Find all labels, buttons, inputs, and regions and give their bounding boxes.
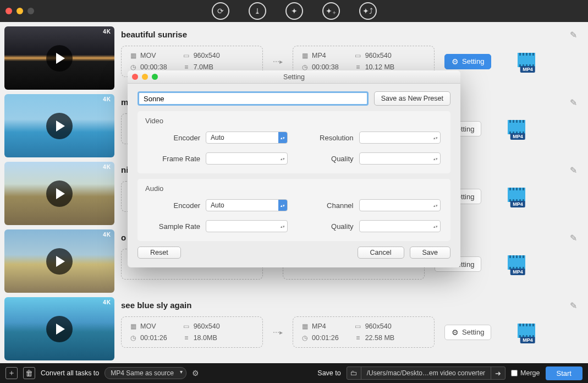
global-settings-button[interactable]: ⚙ (192, 369, 199, 377)
disk-icon: ≡ (183, 63, 190, 71)
chevron-updown-icon: ▴▾ (431, 132, 440, 143)
setting-button[interactable]: ⚙Setting (444, 54, 491, 69)
video-thumbnail[interactable]: 4K (4, 162, 114, 225)
preset-name-input[interactable] (138, 91, 369, 106)
gear-icon: ⚙ (452, 57, 459, 66)
audio-encoder-select[interactable]: Auto▴▾ (206, 199, 288, 211)
chevron-updown-icon: ▴▾ (278, 153, 287, 164)
source-size: 7.0MB (194, 63, 213, 71)
output-path-field[interactable]: 🗀 /Users/mac/Deskto…em video converter ➜ (347, 366, 505, 380)
toolbox-tab-icon[interactable]: ✦₊ (322, 2, 340, 20)
video-row-body: see blue sly again ▦MOV ◷00:01:26 ▭960x5… (114, 297, 584, 360)
audio-quality-select[interactable]: ▴▾ (359, 220, 441, 232)
source-resolution: 960x540 (194, 52, 220, 59)
edit-tab-icon[interactable]: ✦ (285, 2, 303, 20)
play-icon[interactable] (46, 248, 73, 275)
app-titlebar: ⟳ ⤓ ✦ ✦₊ ✦⤴ (0, 0, 588, 22)
arrow-icon: ⋯▸ (273, 58, 283, 65)
modal-body: Save as New Preset Video Encoder Auto▴▾ … (128, 84, 460, 267)
cancel-button[interactable]: Cancel (358, 247, 404, 259)
modal-minimize-button[interactable] (142, 74, 148, 80)
edit-icon[interactable]: ✎ (570, 233, 577, 243)
chevron-updown-icon: ▴▾ (431, 153, 440, 164)
chevron-updown-icon: ▴▾ (278, 221, 287, 232)
target-duration: 00:01:26 (312, 334, 339, 342)
target-size: 22.58 MB (365, 334, 395, 342)
preset-row: Save as New Preset (138, 91, 450, 106)
add-file-button[interactable]: ＋ (6, 367, 18, 379)
audio-encoder-value: Auto (211, 201, 224, 209)
source-format: MOV (140, 52, 156, 59)
audio-section-title: Audio (145, 184, 441, 193)
window-maximize-button[interactable] (28, 8, 34, 14)
output-format-select[interactable]: MP4 Same as source (105, 367, 186, 379)
download-tab-icon[interactable]: ⤓ (249, 2, 266, 20)
merge-checkbox-input[interactable] (511, 370, 518, 376)
merge-checkbox[interactable]: Merge (511, 369, 540, 377)
target-format: MP4 (312, 52, 326, 59)
framerate-label: Frame Rate (147, 155, 200, 163)
audio-channel-select[interactable]: ▴▾ (359, 199, 441, 211)
window-close-button[interactable] (6, 8, 12, 14)
more-tab-icon[interactable]: ✦⤴ (359, 2, 377, 20)
output-format-badge[interactable]: MP4 (518, 324, 537, 341)
video-encoder-field: Encoder Auto▴▾ (147, 132, 288, 144)
settings-modal: Setting Save as New Preset Video Encoder… (128, 70, 460, 267)
folder-icon[interactable]: 🗀 (347, 367, 361, 379)
convert-tab-icon[interactable]: ⟳ (212, 2, 229, 20)
edit-icon[interactable]: ✎ (570, 30, 577, 40)
play-icon[interactable] (46, 180, 73, 207)
monitor-icon: ▭ (183, 322, 190, 330)
play-icon[interactable] (46, 316, 73, 342)
video-resolution-select[interactable]: ▴▾ (359, 132, 441, 144)
start-button[interactable]: Start (546, 366, 582, 380)
disk-icon: ≡ (183, 334, 190, 342)
video-thumbnail[interactable]: 4K (4, 26, 114, 90)
open-folder-button[interactable]: ➜ (491, 367, 505, 379)
modal-maximize-button[interactable] (152, 74, 158, 80)
setting-button[interactable]: ⚙Setting (444, 325, 491, 340)
video-thumbnail[interactable]: 4K (4, 94, 114, 157)
save-button[interactable]: Save (410, 247, 451, 259)
window-minimize-button[interactable] (17, 8, 23, 14)
chevron-updown-icon: ▴▾ (431, 221, 440, 232)
video-thumbnail[interactable]: 4K (4, 229, 114, 293)
format-badge-label: MP4 (510, 133, 525, 140)
audio-samplerate-field: Sample Rate ▴▾ (147, 220, 288, 232)
audio-channel-field: Channel ▴▾ (301, 199, 441, 211)
window-controls (6, 8, 34, 14)
remove-file-button[interactable]: 🗑 (23, 367, 35, 379)
video-framerate-field: Frame Rate ▴▾ (147, 152, 288, 165)
edit-icon[interactable]: ✎ (570, 300, 577, 311)
video-thumbnail[interactable]: 4K (4, 297, 114, 360)
output-format-badge[interactable]: MP4 (508, 120, 527, 138)
edit-icon[interactable]: ✎ (570, 97, 577, 108)
format-badge-label: MP4 (510, 201, 525, 207)
disk-icon: ≡ (354, 334, 362, 342)
encoder-label: Encoder (147, 134, 200, 142)
clock-icon: ◷ (129, 63, 137, 71)
target-size: 10.12 MB (365, 63, 395, 71)
audio-encoder-field: Encoder Auto▴▾ (147, 199, 288, 211)
badge-4k: 4K (103, 232, 111, 238)
modal-close-button[interactable] (132, 74, 138, 80)
target-resolution: 960x540 (365, 52, 392, 59)
edit-icon[interactable]: ✎ (570, 165, 577, 176)
chevron-updown-icon: ▴▾ (278, 132, 287, 143)
video-quality-select[interactable]: ▴▾ (359, 152, 441, 165)
setting-button-label: Setting (462, 328, 484, 336)
output-format-badge[interactable]: MP4 (508, 255, 527, 273)
output-format-badge[interactable]: MP4 (508, 188, 527, 205)
video-framerate-select[interactable]: ▴▾ (206, 152, 288, 165)
play-icon[interactable] (46, 113, 73, 139)
video-row: 4K see blue sly again ▦MOV ◷00:01:26 ▭96… (4, 297, 584, 360)
reset-button[interactable]: Reset (138, 247, 181, 259)
output-format-badge[interactable]: MP4 (518, 53, 537, 70)
clock-icon: ◷ (301, 334, 309, 342)
save-preset-button[interactable]: Save as New Preset (374, 91, 450, 106)
encoder-label: Encoder (147, 201, 200, 210)
video-encoder-select[interactable]: Auto▴▾ (206, 132, 288, 144)
badge-4k: 4K (103, 96, 111, 102)
play-icon[interactable] (46, 45, 73, 72)
audio-samplerate-select[interactable]: ▴▾ (206, 220, 288, 232)
